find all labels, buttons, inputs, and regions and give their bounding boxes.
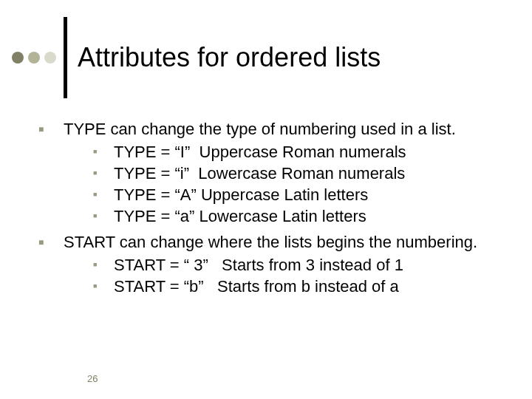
- bullet-icon: ■: [93, 276, 114, 291]
- title-block: Attributes for ordered lists: [12, 21, 517, 95]
- bullet-icon: ■: [93, 163, 114, 178]
- bullet-icon: ■: [93, 184, 114, 200]
- list-item-text: TYPE = “i” Lowercase Roman numerals: [114, 163, 510, 184]
- bullet-icon: ■: [93, 205, 114, 221]
- list-item: ■ START = “b” Starts from b instead of a: [93, 276, 510, 297]
- list-item: ■ TYPE = “i” Lowercase Roman numerals: [93, 163, 510, 184]
- list-item: ■ TYPE = “A” Uppercase Latin letters: [93, 184, 510, 205]
- bullet-icon: ■: [38, 231, 64, 253]
- list-item-text: TYPE = “I” Uppercase Roman numerals: [114, 141, 510, 163]
- dot-icon: [28, 52, 40, 64]
- list-item-text: START = “b” Starts from b instead of a: [114, 276, 510, 297]
- slide-title: Attributes for ordered lists: [78, 43, 381, 72]
- list-item: ■ START = “ 3” Starts from 3 instead of …: [93, 254, 510, 276]
- list-item: ■ START can change where the lists begin…: [38, 231, 510, 253]
- page-number: 26: [87, 373, 98, 384]
- bullet-icon: ■: [93, 254, 114, 270]
- list-item: ■ TYPE = “a” Lowercase Latin letters: [93, 205, 510, 227]
- list-item: ■ TYPE = “I” Uppercase Roman numerals: [93, 141, 510, 163]
- dot-icon: [12, 52, 24, 64]
- list-item-text: TYPE = “A” Uppercase Latin letters: [114, 184, 510, 205]
- decorative-dots: [12, 52, 56, 64]
- slide: Attributes for ordered lists ■ TYPE can …: [0, 0, 532, 399]
- slide-body: ■ TYPE can change the type of numbering …: [38, 118, 510, 301]
- sublist: ■ START = “ 3” Starts from 3 instead of …: [93, 254, 510, 297]
- list-item-text: TYPE can change the type of numbering us…: [64, 118, 510, 140]
- sublist: ■ TYPE = “I” Uppercase Roman numerals ■ …: [93, 141, 510, 227]
- list-item-text: START can change where the lists begins …: [64, 231, 510, 253]
- list-item-text: TYPE = “a” Lowercase Latin letters: [114, 205, 510, 227]
- title-divider: [64, 17, 67, 98]
- list-item: ■ TYPE can change the type of numbering …: [38, 118, 510, 140]
- list-item-text: START = “ 3” Starts from 3 instead of 1: [114, 254, 510, 276]
- bullet-icon: ■: [38, 118, 64, 140]
- dot-icon: [44, 52, 56, 64]
- bullet-icon: ■: [93, 141, 114, 157]
